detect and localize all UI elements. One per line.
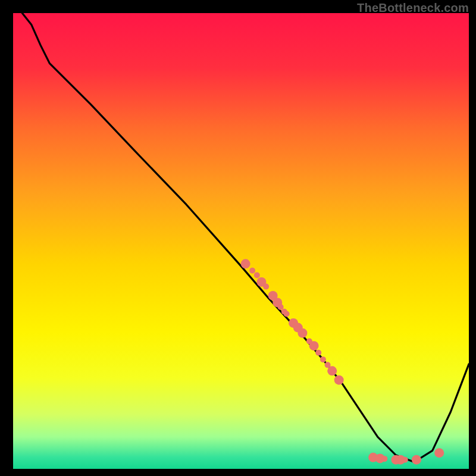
marker-point — [254, 272, 260, 278]
marker-point — [249, 268, 255, 274]
chart-stage: TheBottleneck.com — [0, 0, 476, 476]
chart-svg — [0, 0, 476, 476]
marker-point — [241, 259, 250, 268]
marker-point — [298, 328, 307, 338]
marker-point — [309, 341, 319, 350]
plot-background — [13, 13, 469, 469]
marker-point — [263, 284, 269, 290]
marker-point — [334, 375, 344, 385]
marker-point — [412, 455, 421, 465]
marker-point — [315, 350, 321, 356]
marker-point — [327, 366, 337, 375]
marker-point — [434, 448, 444, 458]
marker-point — [320, 356, 326, 362]
marker-point — [402, 457, 408, 463]
marker-point — [381, 456, 387, 462]
marker-point — [284, 311, 290, 317]
watermark-text: TheBottleneck.com — [357, 1, 469, 15]
